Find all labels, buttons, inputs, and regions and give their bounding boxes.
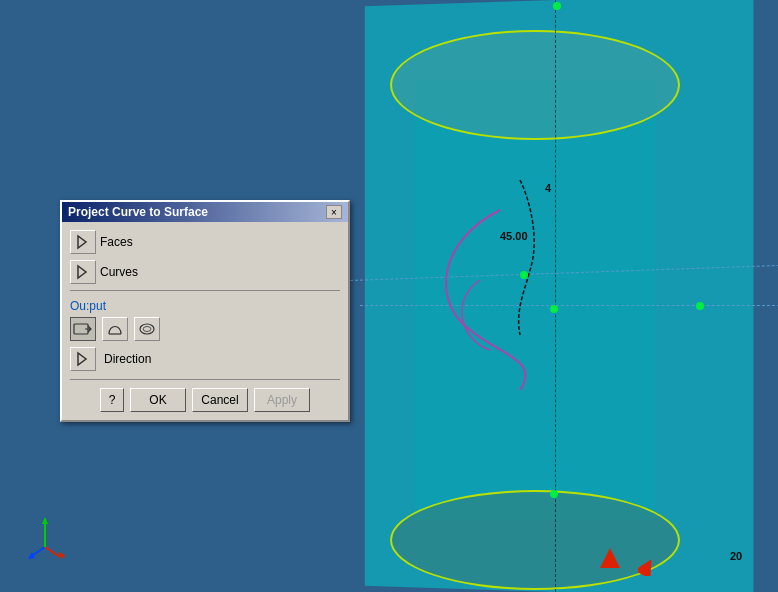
faces-icon-button[interactable] <box>70 230 96 254</box>
svg-marker-1 <box>638 558 656 576</box>
axis-indicator <box>20 512 70 562</box>
curves-label: Curves <box>100 265 138 279</box>
svg-point-12 <box>140 324 154 334</box>
output-label: Ou:put <box>70 299 340 313</box>
svg-marker-14 <box>78 353 86 365</box>
projected-curve <box>480 180 600 340</box>
dot-center <box>550 305 558 313</box>
faces-label: Faces <box>100 235 133 249</box>
output-icon-1[interactable] <box>70 317 96 341</box>
apply-button[interactable]: Apply <box>254 388 310 412</box>
faces-row: Faces <box>70 230 340 254</box>
project-curve-dialog: Project Curve to Surface × Faces Curves … <box>60 200 350 422</box>
svg-marker-0 <box>600 548 620 568</box>
output-icon-2[interactable] <box>102 317 128 341</box>
direction-icon-button[interactable] <box>70 347 96 371</box>
dot-right <box>696 302 704 310</box>
direction-row: Direction <box>70 347 340 371</box>
label-4: 4 <box>545 182 551 194</box>
red-arrow-2 <box>638 558 656 579</box>
cylinder-top-ellipse <box>390 30 680 140</box>
label-20: 20 <box>730 550 742 562</box>
button-row: ? OK Cancel Apply <box>70 388 340 412</box>
dialog-body: Faces Curves Ou:put <box>62 222 348 420</box>
direction-label: Direction <box>104 352 151 366</box>
help-button[interactable]: ? <box>100 388 124 412</box>
label-45: 45.00 <box>500 230 528 242</box>
red-arrow-1 <box>600 548 620 571</box>
dialog-titlebar: Project Curve to Surface × <box>62 202 348 222</box>
svg-point-13 <box>143 327 151 332</box>
divider-2 <box>70 379 340 380</box>
dialog-title: Project Curve to Surface <box>68 205 208 219</box>
svg-marker-5 <box>42 517 48 524</box>
cylinder-bottom-ellipse <box>390 490 680 590</box>
svg-marker-8 <box>78 236 86 248</box>
dot-bottom <box>550 490 558 498</box>
curves-icon-button[interactable] <box>70 260 96 284</box>
cancel-button[interactable]: Cancel <box>192 388 248 412</box>
dot-curve <box>520 271 528 279</box>
output-icon-3[interactable] <box>134 317 160 341</box>
divider <box>70 290 340 291</box>
output-icons-row <box>70 317 340 341</box>
svg-marker-9 <box>78 266 86 278</box>
ok-button[interactable]: OK <box>130 388 186 412</box>
dialog-close-button[interactable]: × <box>326 205 342 219</box>
curves-row: Curves <box>70 260 340 284</box>
dot-top <box>553 2 561 10</box>
svg-line-3 <box>45 547 60 557</box>
